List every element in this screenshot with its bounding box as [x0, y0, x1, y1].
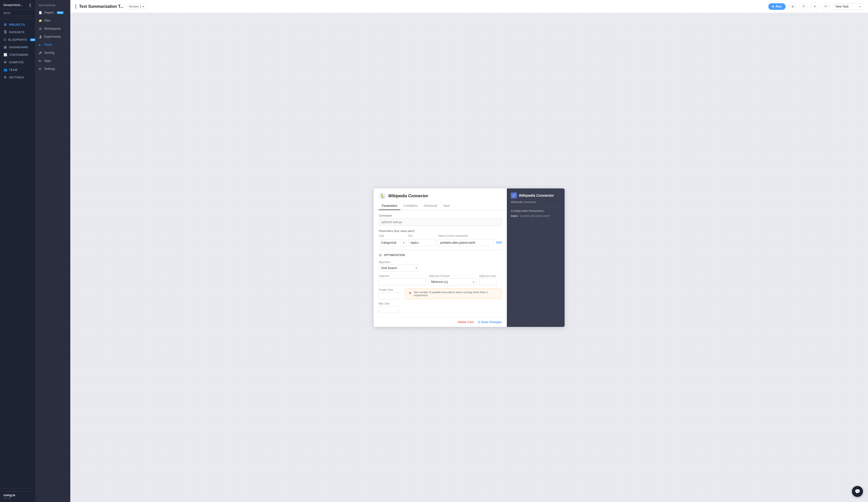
version-label: Version 1	[129, 5, 142, 8]
sidebar-item-team[interactable]: 👥 TEAM	[0, 66, 35, 74]
sidebar-item-dashboard[interactable]: ▤ DASHBOARD	[0, 43, 35, 51]
save-label: Save Changes	[481, 320, 502, 324]
workspaces-icon: 🖥	[39, 27, 42, 30]
username: tanay.	[3, 11, 11, 14]
save-changes-button[interactable]: ⊙ Save Changes	[478, 320, 502, 324]
code-button[interactable]: </>	[822, 2, 830, 11]
tab-conditions[interactable]: Conditions	[400, 202, 421, 210]
second-sidebar-item-serving[interactable]: 🚀 Serving	[35, 49, 70, 57]
clock-button[interactable]: ⏱	[800, 2, 808, 11]
flows-icon: ◈	[39, 43, 42, 47]
objective-input[interactable]	[379, 278, 426, 285]
second-sidebar-item-files[interactable]: 📁 Files	[35, 17, 70, 24]
second-sidebar-item-flows[interactable]: ◈ Flows	[35, 41, 70, 49]
optimization-section: ⊙ OPTIMIZATION Algorithm Grid Search	[379, 250, 502, 313]
info-panel-title: Wikipedia Connector	[519, 194, 554, 197]
sidebar-item-datasets[interactable]: 🗄 DATASETS	[0, 28, 35, 36]
command-section: Command	[379, 214, 502, 226]
obj-function-select[interactable]: Minimum (≥)	[429, 278, 476, 285]
obj-function-field: Objective Function Minimum (≥)	[429, 275, 476, 285]
add-button[interactable]: Add	[496, 241, 502, 246]
sidebar-item-label: TEAM	[9, 68, 17, 71]
card-footer: Delete Card ⊙ Save Changes	[374, 317, 507, 327]
info-param-name: topics	[511, 214, 518, 217]
card-tabs: Parameters Conditions Advanced Yaml	[374, 202, 507, 210]
optimization-header[interactable]: ⊙ OPTIMIZATION	[379, 253, 502, 257]
key-input[interactable]	[409, 239, 436, 246]
objective-row: Objective Objective Function Minimum (≥)	[379, 275, 502, 285]
team-icon: 👥	[3, 68, 7, 72]
papers-icon: 📄	[39, 11, 42, 14]
version-select[interactable]: Version 1 ▾	[127, 4, 146, 9]
max-jobs-label: Max Jobs	[379, 302, 502, 305]
experiments-icon: 🔬	[39, 35, 42, 39]
sidebar: blueprintsd... ❮ tanay. ⊞ PROJECTS 🗄 DAT…	[0, 0, 35, 502]
run-button[interactable]: ▶ Run	[768, 3, 786, 10]
info-panel-header: 🔗 Wikipedia Connector	[511, 193, 561, 198]
obj-goal-field: Objective Goal	[479, 275, 502, 285]
projects-icon: ⊞	[3, 23, 7, 27]
info-panel: 🔗 Wikipedia Connector Wikipedia Connecto…	[507, 188, 565, 327]
algorithm-field: Algorithm Grid Search	[379, 260, 502, 272]
second-sidebar-item-workspaces[interactable]: 🖥 Workspaces	[35, 24, 70, 33]
footer-brand: cnvrg.io	[3, 493, 32, 497]
second-sidebar-item-settings2[interactable]: ⚙ Settings	[35, 65, 70, 73]
max-jobs-input[interactable]	[379, 306, 399, 313]
serving-icon: 🚀	[39, 51, 42, 54]
sidebar-item-compute[interactable]: ⚙ COMPUTE	[0, 59, 35, 66]
delete-card-button[interactable]: Delete Card	[458, 320, 474, 324]
hint-icon: 📍	[408, 292, 412, 296]
sidebar-brand[interactable]: blueprintsd... ❮	[0, 0, 35, 9]
values-input[interactable]	[438, 239, 494, 246]
obj-function-label: Objective Function	[429, 275, 476, 277]
card-panel: 🐍 Wikipedia Connector Parameters Conditi…	[374, 188, 507, 327]
files-label: Files	[44, 19, 51, 22]
content-area: 🐍 Wikipedia Connector Parameters Conditi…	[70, 13, 868, 502]
apps-label: Apps	[44, 59, 51, 63]
task-select[interactable]: New Task	[833, 3, 863, 10]
obj-goal-label: Objective Goal	[479, 275, 502, 277]
sidebar-item-projects[interactable]: ⊞ PROJECTS	[0, 21, 35, 28]
play-icon: ▶	[772, 5, 774, 8]
sidebar-item-label: DASHBOARD	[9, 46, 28, 49]
page-title: Text Summarization T...	[75, 4, 124, 9]
sidebar-item-settings[interactable]: ⚙ SETTINGS	[0, 74, 35, 81]
blueprints-icon: ⬡	[3, 38, 6, 41]
tab-yaml[interactable]: Yaml	[440, 202, 453, 210]
sidebar-item-label: COMPUTE	[9, 61, 24, 64]
objective-field: Objective	[379, 275, 426, 285]
workspaces-label: Workspaces	[44, 27, 61, 30]
experiments-label: Experiments	[44, 35, 61, 39]
info-panel-subtitle: Wikipedia Connector	[511, 201, 561, 204]
containers-icon: ⬜	[3, 53, 7, 57]
collapse-icon[interactable]: ❮	[29, 3, 32, 7]
card-container: 🐍 Wikipedia Connector Parameters Conditi…	[374, 188, 565, 327]
magic-button[interactable]: ✦	[811, 2, 819, 11]
values-col-label: Values (comma separated)	[438, 234, 494, 237]
command-input[interactable]	[379, 218, 502, 226]
save-icon: ⊙	[478, 320, 480, 324]
clock-icon: ⏱	[802, 5, 805, 8]
sidebar-item-label: DATASETS	[9, 31, 24, 34]
second-sidebar-item-papers[interactable]: 📄 Papers NEW	[35, 9, 70, 17]
tab-advanced[interactable]: Advanced	[421, 202, 440, 210]
copy-button[interactable]: ⧉	[789, 2, 797, 11]
dashboard-icon: ▤	[3, 45, 7, 49]
chat-bubble[interactable]: 💬	[852, 486, 863, 497]
sidebar-item-label: SETTINGS	[9, 76, 24, 79]
flows-label: Flows	[44, 43, 52, 47]
second-sidebar-item-experiments[interactable]: 🔬 Experiments	[35, 33, 70, 41]
second-sidebar-item-apps[interactable]: ⊞ Apps	[35, 57, 70, 65]
type-select[interactable]: Categorical	[379, 239, 406, 246]
brand-name: blueprintsd...	[3, 3, 22, 7]
params-key-col: Key	[409, 234, 436, 246]
files-icon: 📁	[39, 19, 42, 22]
hint-text: Set number of parallel executions when r…	[414, 291, 498, 297]
obj-goal-input[interactable]	[479, 278, 497, 285]
sidebar-item-containers[interactable]: ⬜ CONTAINERS	[0, 51, 35, 59]
tab-parameters[interactable]: Parameters	[379, 202, 400, 210]
parallel-jobs-input[interactable]	[379, 292, 399, 299]
algorithm-select[interactable]: Grid Search	[379, 265, 419, 272]
card-python-icon: 🐍	[379, 193, 386, 199]
sidebar-item-blueprints[interactable]: ⬡ BLUEPRINTS BETA	[0, 36, 35, 43]
